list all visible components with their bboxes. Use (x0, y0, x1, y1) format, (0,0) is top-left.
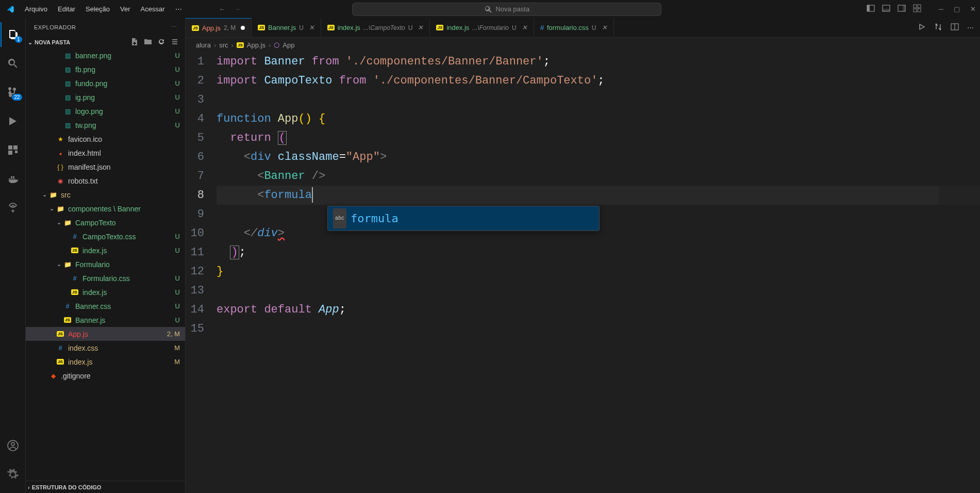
tree-row[interactable]: #Formulario.cssU (26, 271, 185, 285)
star-icon: ★ (56, 136, 65, 143)
tree-row[interactable]: #index.cssM (26, 341, 185, 355)
tree-row[interactable]: ◉robots.txt (26, 174, 185, 188)
layout-customize-icon[interactable] (913, 4, 921, 14)
intellisense-popup[interactable]: abc formula (327, 206, 600, 231)
tree-row[interactable]: ★favicon.ico (26, 132, 185, 146)
breadcrumb-item[interactable]: App.js (247, 41, 265, 49)
editor-tab[interactable]: JS App.js 2, M (186, 18, 252, 37)
menu-acessar[interactable]: Acessar (137, 3, 169, 15)
explorer-badge: 1 (15, 36, 22, 43)
img-icon: ▨ (63, 122, 72, 129)
nav-back-icon[interactable]: ← (219, 5, 226, 13)
tree-row[interactable]: JSindex.jsU (26, 243, 185, 257)
breadcrumb-item[interactable]: alura (196, 41, 211, 49)
tree-row[interactable]: ▨banner.pngU (26, 48, 185, 62)
split-editor-icon[interactable] (951, 23, 959, 32)
css-icon: # (63, 303, 72, 310)
tree-row[interactable]: ▨ig.pngU (26, 90, 185, 104)
layout-toggle-primary-icon[interactable] (867, 4, 875, 14)
tree-row[interactable]: ▨fb.pngU (26, 62, 185, 76)
sidebar-more-icon[interactable]: ⋯ (171, 24, 177, 30)
menu-overflow-icon[interactable]: ⋯ (171, 3, 186, 15)
git-compare-icon[interactable] (934, 23, 942, 32)
folder-name: NOVA PASTA (35, 39, 70, 45)
tree-row[interactable]: ▨fundo.pngU (26, 76, 185, 90)
line-number: 7 (186, 167, 204, 186)
robots-icon: ◉ (56, 177, 65, 185)
more-actions-icon[interactable]: ⋯ (967, 24, 974, 31)
outline-section-header[interactable]: › ESTRUTURA DO CÓDIGO (26, 481, 185, 493)
editor-tab[interactable]: JS index.js ...\CampoTexto U✕ (321, 18, 430, 37)
tree-row[interactable]: ◆.gitignore (26, 369, 185, 383)
tree-row[interactable]: ⬥index.html (26, 146, 185, 160)
js-icon: JS (56, 331, 65, 337)
close-tab-icon[interactable]: ✕ (522, 24, 527, 31)
tree-row[interactable]: ▨tw.pngU (26, 118, 185, 132)
activity-gitlens[interactable] (1, 195, 25, 220)
tree-row[interactable]: ⌄📁src (26, 188, 185, 202)
suggestion-item[interactable]: abc formula (328, 206, 599, 231)
file-name: ig.png (75, 93, 164, 102)
close-tab-icon[interactable]: ✕ (418, 24, 423, 31)
tree-row[interactable]: JSApp.js2, M (26, 327, 185, 341)
tree-row[interactable]: { }manifest.json (26, 160, 185, 174)
editor-area: JS App.js 2, MJS Banner.js U✕JS index.js… (186, 18, 980, 493)
breadcrumb-item[interactable]: src (219, 41, 228, 49)
tree-row[interactable]: #CampoTexto.cssU (26, 229, 185, 243)
activity-settings[interactable] (1, 462, 25, 487)
file-tree[interactable]: ▨banner.pngU▨fb.pngU▨fundo.pngU▨ig.pngU▨… (26, 48, 185, 481)
run-icon[interactable] (918, 23, 926, 32)
nav-forward-icon[interactable]: → (234, 5, 241, 13)
refresh-icon[interactable] (157, 38, 165, 47)
activity-run-debug[interactable] (1, 109, 25, 134)
js-icon: JS (63, 317, 72, 323)
menu-selecao[interactable]: Seleção (81, 3, 114, 15)
tree-row[interactable]: ⌄📁componentes \ Banner (26, 202, 185, 216)
css-icon: # (70, 233, 79, 240)
tree-row[interactable]: ⌄📁Formulario (26, 257, 185, 271)
menu-editar[interactable]: Editar (54, 3, 79, 15)
tree-row[interactable]: ▨logo.pngU (26, 104, 185, 118)
tree-row[interactable]: #Banner.cssU (26, 299, 185, 313)
window-maximize-icon[interactable]: ▢ (954, 5, 960, 13)
activity-search[interactable] (1, 51, 25, 76)
command-center[interactable]: Nova pasta (352, 3, 661, 16)
minimap[interactable] (939, 52, 980, 493)
layout-toggle-panel-icon[interactable] (882, 4, 890, 14)
editor-tab[interactable]: # formulario.css U✕ (534, 18, 614, 37)
breadcrumb-item[interactable]: App (283, 41, 294, 49)
activity-extensions[interactable] (1, 138, 25, 162)
new-folder-icon[interactable] (144, 38, 152, 47)
activity-explorer[interactable]: 1 (1, 22, 25, 47)
outline-title: ESTRUTURA DO CÓDIGO (32, 484, 102, 490)
editor-tab[interactable]: JS Banner.js U✕ (252, 18, 321, 37)
tree-row[interactable]: JSindex.jsM (26, 355, 185, 369)
activity-scm[interactable]: 22 (1, 80, 25, 105)
new-file-icon[interactable] (130, 38, 139, 47)
activity-account[interactable] (1, 433, 25, 458)
tree-row[interactable]: JSBanner.jsU (26, 313, 185, 327)
css-file-icon: # (540, 24, 544, 31)
close-tab-icon[interactable]: ✕ (602, 24, 607, 31)
svg-rect-9 (918, 9, 921, 12)
code-content[interactable]: import Banner from './componentes/Banner… (217, 52, 980, 493)
close-tab-icon[interactable]: ✕ (309, 24, 314, 31)
folder-section-header[interactable]: ⌄ NOVA PASTA (26, 36, 185, 48)
collapse-all-icon[interactable] (171, 38, 179, 47)
file-name: .gitignore (61, 372, 164, 380)
menu-arquivo[interactable]: Arquivo (21, 3, 52, 15)
window-minimize-icon[interactable]: ─ (939, 5, 943, 13)
menu-ver[interactable]: Ver (116, 3, 135, 15)
file-name: index.css (68, 344, 164, 352)
breadcrumb[interactable]: alura › src › JS App.js › ⬡ App (186, 38, 980, 52)
activity-docker[interactable] (1, 167, 25, 191)
editor[interactable]: 123456789101112131415 import Banner from… (186, 52, 980, 493)
window-close-icon[interactable]: ✕ (970, 5, 976, 13)
chevron-down-icon: ⌄ (28, 39, 32, 46)
editor-tab[interactable]: JS index.js ...\Formulario U✕ (430, 18, 534, 37)
tree-row[interactable]: JSindex.jsU (26, 285, 185, 299)
tree-row[interactable]: ⌄📁CampoTexto (26, 216, 185, 229)
folder-icon: 📁 (56, 205, 65, 212)
layout-toggle-secondary-icon[interactable] (898, 4, 906, 14)
svg-rect-8 (913, 9, 917, 12)
